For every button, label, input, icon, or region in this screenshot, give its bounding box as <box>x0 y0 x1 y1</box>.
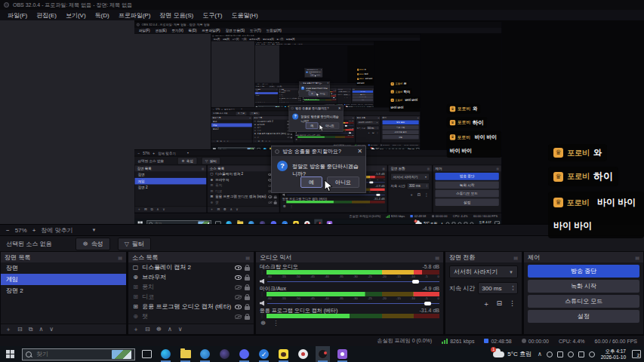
tray-icon[interactable] <box>557 351 563 357</box>
scene-item[interactable]: 장면 2 <box>1 285 126 296</box>
dock-options-icon[interactable]: ▤ <box>118 255 122 260</box>
duplicate-scene-icon[interactable]: ⧉ <box>29 326 33 333</box>
properties-button[interactable]: ☸ 속성 <box>75 238 109 250</box>
move-down-icon[interactable]: ∨ <box>49 326 54 333</box>
scene-item-selected[interactable]: 게임 <box>1 274 126 285</box>
move-up-icon[interactable]: ∧ <box>39 326 43 333</box>
menu-view[interactable]: 보기(V) <box>61 11 91 20</box>
source-item[interactable]: ⊞ 디코 <box>128 292 254 302</box>
menu-scene-collection[interactable]: 장면 모음(S) <box>155 11 198 20</box>
chat-app-icon[interactable] <box>335 346 350 362</box>
duration-spinbox[interactable]: 300 ms ∧∨ <box>478 282 518 294</box>
app-icon[interactable] <box>217 346 232 362</box>
weather-widget[interactable]: 1 5°C 흐림 <box>493 350 532 358</box>
kakaotalk-icon[interactable] <box>276 346 291 362</box>
transition-properties-icon[interactable]: ⋮ <box>509 299 516 309</box>
taskbar-clock[interactable]: 오후 4:17 2026-01-10 <box>601 348 626 360</box>
visibility-eye-off-icon[interactable] <box>235 295 242 299</box>
add-source-icon[interactable]: ＋ <box>133 325 139 333</box>
remove-transition-icon[interactable]: ⊟ <box>496 299 502 309</box>
slider-handle[interactable] <box>424 302 431 305</box>
filters-button[interactable]: ▽ 필터 <box>118 238 151 250</box>
visibility-eye-off-icon[interactable] <box>235 285 242 290</box>
lock-icon[interactable] <box>245 306 250 310</box>
lock-icon[interactable] <box>245 277 250 281</box>
slider-handle[interactable] <box>412 280 419 284</box>
task-view-icon[interactable] <box>142 350 152 358</box>
edge-icon[interactable] <box>159 346 173 362</box>
taskbar-search[interactable] <box>22 348 135 360</box>
file-explorer-icon[interactable] <box>178 346 193 362</box>
visibility-eye-icon[interactable] <box>235 275 242 280</box>
yes-button[interactable]: 예 <box>300 176 322 188</box>
close-icon[interactable]: ✕ <box>357 148 362 155</box>
lock-icon[interactable] <box>245 267 250 271</box>
source-item[interactable]: ⊞ 퐁치 <box>128 282 254 292</box>
drag-grip-icon[interactable]: ⋮ <box>260 314 264 318</box>
menu-file[interactable]: 파일(F) <box>3 11 32 20</box>
tray-icon[interactable] <box>547 351 553 357</box>
menu-docks[interactable]: 독(D) <box>91 11 114 20</box>
drag-grip-icon[interactable]: ⋮ <box>260 292 264 296</box>
discord-icon[interactable] <box>237 346 251 362</box>
fit-to-window-button[interactable]: 창에 맞추기 <box>41 226 72 235</box>
source-item[interactable]: ⊕ 브라우저 <box>128 272 254 282</box>
zoom-in-button[interactable]: + <box>32 227 36 234</box>
scene-item[interactable]: 장면 <box>1 262 126 274</box>
volume-meter <box>267 292 439 296</box>
add-scene-icon[interactable]: ＋ <box>5 325 11 333</box>
lock-icon[interactable] <box>245 316 250 320</box>
stop-streaming-dialog: 방송 송출을 중지할까요? ✕ ? 정말로 방송을 중단하시겠습니까? 예 아니… <box>271 146 366 193</box>
spinner-arrows-icon[interactable]: ∧∨ <box>512 285 514 291</box>
drag-grip-icon[interactable]: ⋮ <box>260 270 264 275</box>
menu-help[interactable]: 도움말(H) <box>226 11 262 20</box>
overwolf-icon[interactable] <box>296 346 310 362</box>
visibility-eye-icon[interactable] <box>235 305 242 309</box>
remove-scene-icon[interactable]: ⊟ <box>17 326 23 333</box>
chevron-down-icon[interactable]: ▼ <box>92 228 97 232</box>
search-input[interactable] <box>35 350 109 358</box>
hidden-icons-chevron[interactable]: ∧ <box>538 351 542 357</box>
stop-streaming-button[interactable]: 방송 중단 <box>528 265 639 278</box>
mixer-settings-gear-icon[interactable]: ☸ <box>260 320 266 327</box>
tray-icon[interactable] <box>589 351 595 357</box>
dock-options-icon[interactable]: ▤ <box>635 255 639 260</box>
studio-mode-button[interactable]: 스튜디오 모드 <box>528 295 639 308</box>
notification-center-icon[interactable]: 2 <box>632 350 641 358</box>
tray-icon[interactable] <box>568 351 574 357</box>
visibility-eye-icon[interactable] <box>235 265 242 270</box>
lock-icon[interactable] <box>245 287 250 290</box>
dock-options-icon[interactable]: ▤ <box>245 255 250 260</box>
check-app-icon[interactable]: ✓ <box>257 346 271 362</box>
volume-slider[interactable] <box>267 301 439 306</box>
menu-tools[interactable]: 도구(T) <box>198 11 226 20</box>
search-highlight-image[interactable] <box>112 350 131 359</box>
lock-icon[interactable] <box>245 296 250 300</box>
more-options-icon[interactable]: ⋮ <box>273 320 279 327</box>
speaker-icon[interactable] <box>260 301 264 306</box>
menu-edit[interactable]: 편집(E) <box>32 11 61 20</box>
source-properties-icon[interactable]: ☸ <box>156 326 162 333</box>
transition-select[interactable]: 서서히 사라지기 ▼ <box>449 265 518 278</box>
menu-profile[interactable]: 프로파일(P) <box>114 11 156 20</box>
volume-slider[interactable] <box>267 279 439 284</box>
visibility-eye-off-icon[interactable] <box>235 314 242 319</box>
remove-source-icon[interactable]: ⊟ <box>145 326 150 333</box>
source-item[interactable]: ⊕ 챗 <box>128 311 254 321</box>
speaker-icon[interactable] <box>260 279 264 284</box>
obs-taskbar-icon[interactable] <box>316 346 330 362</box>
start-button[interactable] <box>6 350 14 358</box>
tray-icon[interactable] <box>578 351 584 357</box>
source-item[interactable]: ⊞ 응용 프로그램 오디오 캡처 (베타) <box>128 302 254 311</box>
move-up-icon[interactable]: ∧ <box>168 326 172 333</box>
display-capture-source[interactable]: OBS 32.0.4 - 프로파일: 제목 없음 - 장면: 제목 없음 파일(… <box>134 22 502 224</box>
cloud-app-icon[interactable] <box>198 346 212 362</box>
start-recording-button[interactable]: 녹화 시작 <box>528 280 639 293</box>
add-transition-icon[interactable]: ＋ <box>482 299 489 309</box>
dock-options-icon[interactable]: ▤ <box>513 255 518 260</box>
dock-options-icon[interactable]: ▤ <box>435 255 439 260</box>
move-down-icon[interactable]: ∨ <box>178 326 183 333</box>
settings-button[interactable]: 설정 <box>528 310 639 323</box>
zoom-out-button[interactable]: − <box>6 227 10 234</box>
source-item[interactable]: ▢ 디스플레이 캡처 2 <box>128 262 254 272</box>
